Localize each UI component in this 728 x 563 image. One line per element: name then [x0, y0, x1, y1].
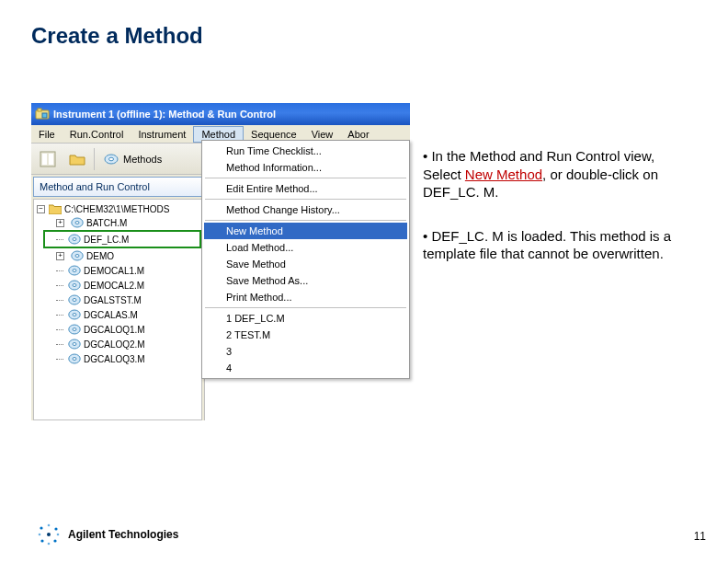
tree-connector: [56, 329, 63, 330]
tree-item[interactable]: DEMOCAL2.M: [34, 278, 201, 293]
svg-point-27: [73, 358, 76, 361]
method-file-icon: [68, 324, 81, 335]
slide-content: • In the Method and Run Control view, Se…: [423, 147, 689, 289]
svg-rect-5: [49, 154, 53, 165]
svg-point-13: [75, 255, 79, 258]
tree-item-label: DEF_LC.M: [84, 235, 129, 245]
footer-logo: Agilent Technologies: [37, 523, 178, 546]
tree-connector: [56, 359, 63, 360]
tree-item[interactable]: +DEMO: [34, 248, 201, 263]
svg-point-36: [48, 543, 51, 546]
svg-point-7: [109, 157, 114, 161]
tree-connector: [56, 239, 63, 240]
svg-point-33: [48, 524, 51, 527]
method-file-icon: [68, 353, 81, 364]
toolbar-btn-1[interactable]: [35, 147, 61, 171]
tree-item-label: DGCALOQ2.M: [84, 339, 145, 350]
tree-root-label: C:\CHEM32\1\METHODS: [64, 204, 169, 214]
window-titlebar: Instrument 1 (offline 1): Method & Run C…: [31, 103, 410, 125]
tree-item-label: BATCH.M: [86, 218, 127, 228]
tree-connector: [56, 285, 63, 286]
plus-icon[interactable]: +: [56, 219, 64, 227]
menu-item[interactable]: Method Change History...: [204, 201, 407, 218]
svg-rect-4: [42, 154, 47, 165]
menu-item[interactable]: 1 DEF_LC.M: [204, 310, 407, 327]
tree-item-label: DGALSTST.M: [84, 295, 142, 305]
svg-point-31: [40, 539, 43, 542]
menu-item[interactable]: Method Information...: [204, 159, 407, 176]
method-file-icon: [68, 280, 81, 291]
menu-separator: [205, 199, 406, 200]
tree-root[interactable]: − C:\CHEM32\1\METHODS: [34, 202, 201, 215]
menu-instrument[interactable]: Instrument: [131, 125, 193, 143]
tree-item-label: DEMOCAL1.M: [84, 266, 144, 276]
bullet-1: • In the Method and Run Control view, Se…: [423, 147, 689, 201]
toolbar: Methods: [31, 144, 204, 175]
methods-tree: − C:\CHEM32\1\METHODS +BATCH.MDEF_LC.M+D…: [33, 199, 202, 420]
bullet-2: • DEF_LC. M is loaded. This method is a …: [423, 227, 689, 263]
minus-icon[interactable]: −: [37, 205, 45, 213]
svg-rect-1: [38, 109, 41, 111]
tree-item[interactable]: DGCALOQ2.M: [34, 337, 201, 351]
menu-item[interactable]: Load Method...: [204, 239, 407, 256]
app-window: Instrument 1 (offline 1): Method & Run C…: [31, 103, 410, 420]
menu-item[interactable]: 4: [204, 360, 407, 376]
tree-item[interactable]: DGALSTST.M: [34, 293, 201, 307]
tree-item[interactable]: DEF_LC.M: [43, 230, 201, 248]
svg-point-35: [57, 534, 60, 536]
window-title: Instrument 1 (offline 1): Method & Run C…: [53, 109, 276, 120]
tree-item-label: DGCALOQ1.M: [84, 325, 145, 335]
svg-point-32: [53, 539, 56, 542]
tree-connector: [56, 344, 63, 345]
svg-point-23: [73, 328, 76, 331]
method-file-icon: [68, 234, 81, 245]
toolbar-btn-methods[interactable]: Methods: [98, 147, 165, 171]
svg-point-21: [73, 314, 76, 316]
toolbar-separator: [94, 148, 95, 170]
tree-item[interactable]: DEMOCAL1.M: [34, 263, 201, 278]
menu-item[interactable]: Run Time Checklist...: [204, 143, 407, 159]
folder-open-icon: [68, 150, 86, 168]
tree-item[interactable]: DGCALAS.M: [34, 307, 201, 322]
svg-point-30: [54, 527, 57, 530]
method-file-icon: [71, 217, 84, 228]
svg-rect-2: [42, 113, 47, 118]
tree-item[interactable]: DGCALOQ3.M: [34, 351, 201, 366]
menu-item[interactable]: New Method: [204, 223, 407, 239]
folder-icon: [49, 203, 62, 214]
method-icon: [102, 150, 120, 168]
svg-point-17: [73, 284, 76, 287]
report-icon: [39, 150, 57, 168]
tree-connector: [56, 315, 63, 316]
menu-item[interactable]: Save Method: [204, 256, 407, 272]
svg-point-15: [73, 270, 76, 272]
tree-item-label: DGCALAS.M: [84, 310, 138, 320]
toolbar-methods-label: Methods: [123, 154, 162, 165]
method-file-icon: [68, 265, 81, 276]
tree-item[interactable]: DGCALOQ1.M: [34, 322, 201, 337]
method-file-icon: [68, 294, 81, 305]
menu-item[interactable]: Print Method...: [204, 289, 407, 305]
menu-item[interactable]: 3: [204, 343, 407, 360]
method-file-icon: [68, 309, 81, 320]
menu-runcontrol[interactable]: Run.Control: [63, 125, 131, 143]
company-name: Agilent Technologies: [68, 528, 178, 541]
tree-item-label: DEMO: [86, 251, 114, 261]
menu-item[interactable]: Edit Entire Method...: [204, 180, 407, 197]
tree-item[interactable]: +BATCH.M: [34, 215, 201, 230]
svg-point-19: [73, 299, 76, 302]
menu-separator: [205, 178, 406, 178]
menu-file[interactable]: File: [31, 125, 63, 143]
method-file-icon: [68, 339, 81, 350]
menu-item[interactable]: Save Method As...: [204, 272, 407, 289]
nav-header[interactable]: Method and Run Control: [33, 177, 202, 197]
plus-icon[interactable]: +: [56, 252, 64, 260]
menu-separator: [205, 220, 406, 221]
tree-item-label: DEMOCAL2.M: [84, 281, 144, 291]
page-number: 11: [694, 530, 706, 543]
tree-item-label: DGCALOQ3.M: [84, 354, 145, 364]
tree-connector: [56, 300, 63, 301]
menu-item[interactable]: 2 TEST.M: [204, 327, 407, 343]
toolbar-btn-2[interactable]: [64, 147, 90, 171]
tree-connector: [56, 270, 63, 271]
